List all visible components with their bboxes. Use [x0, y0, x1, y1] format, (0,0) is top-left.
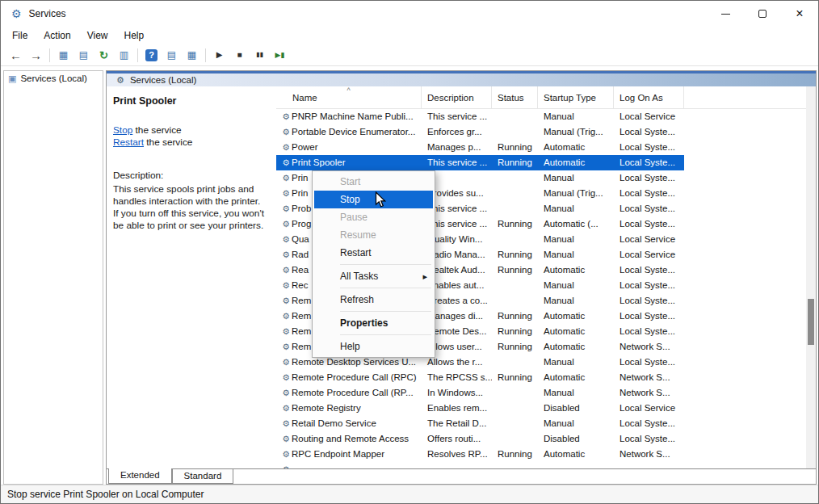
table-row[interactable]: ⚙Remote Procedure Call (RP...In Windows.…	[276, 385, 684, 401]
table-row-selected[interactable]: ⚙Print SpoolerThis service ...RunningAut…	[276, 155, 684, 170]
service-gear-icon: ⚙	[280, 124, 292, 140]
minimize-button[interactable]	[707, 1, 744, 27]
toolbar-pause-service-button[interactable]: ▮▮	[250, 46, 270, 64]
service-actions: Stop the serviceRestart the service	[113, 124, 268, 149]
toolbar-separator	[49, 48, 50, 62]
toolbar-show-console-tree-button[interactable]: ▦	[53, 46, 74, 64]
close-icon: ×	[796, 7, 803, 20]
service-description: Resolves RP...	[422, 447, 492, 462]
column-header-description[interactable]: Description	[422, 86, 492, 108]
table-row[interactable]: ⚙Portable Device Enumerator...Enforces g…	[276, 124, 684, 140]
maximize-button[interactable]	[744, 1, 781, 27]
tab-extended[interactable]: Extended	[108, 468, 172, 484]
service-startup-type: Manual	[538, 247, 614, 262]
toolbar-restart-service-button[interactable]: ▶▮	[270, 46, 290, 64]
toolbar-refresh-button[interactable]: ↻	[94, 46, 114, 64]
service-logon-as: Local Service	[614, 401, 684, 416]
service-gear-icon: ⚙	[280, 278, 292, 293]
service-name: Remote Registry	[292, 403, 361, 413]
table-row[interactable]: ⚙RPC Endpoint MapperResolves RP...Runnin…	[276, 447, 684, 462]
context-menu-item-refresh[interactable]: Refresh	[313, 291, 435, 309]
table-row[interactable]: ⚙Routing and Remote AccessOffers routi..…	[276, 431, 684, 447]
table-row[interactable]: ⚙Remote RegistryEnables rem...DisabledLo…	[276, 401, 684, 416]
table-row[interactable]: ⚙	[276, 462, 684, 468]
service-action-rest: the service	[144, 136, 192, 148]
service-description-text: This service spools print jobs and handl…	[113, 183, 267, 232]
service-startup-type: Automatic	[538, 447, 614, 462]
context-menu-item-help[interactable]: Help	[313, 338, 435, 355]
menu-item-file[interactable]: File	[4, 27, 36, 44]
service-status	[492, 401, 538, 416]
scrollbar-thumb[interactable]	[808, 299, 814, 345]
tab-standard[interactable]: Standard	[172, 469, 234, 484]
service-name-cell: ⚙Routing and Remote Access	[276, 431, 422, 447]
menu-separator	[340, 334, 431, 335]
table-row[interactable]: ⚙Remote Procedure Call (RPC)The RPCSS s.…	[276, 370, 684, 385]
service-startup-type: Disabled	[538, 401, 614, 416]
toolbar-properties-button[interactable]: ▤	[74, 46, 94, 64]
service-gear-icon: ⚙	[280, 462, 292, 468]
menu-item-help[interactable]: Help	[116, 27, 153, 44]
menu-item-label: Properties	[340, 317, 388, 329]
maximize-icon	[758, 10, 766, 18]
service-status: Running	[492, 370, 538, 385]
service-gear-icon: ⚙	[280, 201, 292, 216]
toolbar-start-service-button[interactable]: ▶	[209, 46, 229, 64]
menu-item-label: Stop	[340, 194, 360, 205]
close-button[interactable]: ×	[781, 1, 818, 27]
console-root-icon: ▣	[8, 74, 16, 83]
service-gear-icon: ⚙	[280, 324, 292, 339]
service-startup-type: Automatic	[538, 309, 614, 324]
toolbar-forward-button[interactable]: →	[26, 46, 46, 64]
table-row[interactable]: ⚙Retail Demo ServiceThe Retail D...Manua…	[276, 416, 684, 431]
menu-item-label: Resume	[340, 229, 376, 241]
service-name: Print Spooler	[292, 158, 345, 167]
service-status: Running	[492, 262, 538, 278]
column-header-log-on-as[interactable]: Log On As	[614, 86, 684, 108]
menu-item-label: Refresh	[340, 294, 374, 305]
service-description: Enforces gr...	[422, 124, 492, 140]
toolbar-export-list-button[interactable]: ▥	[114, 46, 134, 64]
service-startup-type: Automatic	[538, 140, 614, 155]
service-gear-icon: ⚙	[280, 431, 292, 447]
detail-view-icon: ▦	[187, 50, 196, 60]
column-header-label: Startup Type	[544, 93, 613, 103]
service-logon-as: Local Syste...	[614, 124, 684, 140]
toolbar-detail-view-button[interactable]: ▦	[182, 46, 202, 64]
toolbar-stop-service-button[interactable]: ■	[229, 46, 250, 64]
column-header-startup-type[interactable]: Startup Type	[538, 86, 614, 108]
context-menu-item-properties[interactable]: Properties	[313, 314, 435, 332]
column-header-status[interactable]: Status	[492, 86, 538, 108]
toolbar-list-view-button[interactable]: ▤	[162, 46, 182, 64]
service-startup-type: Manual (Trig...	[538, 124, 614, 140]
service-name: Remote Procedure Call (RP...	[292, 388, 414, 397]
column-header-name[interactable]: ^Name	[276, 86, 422, 108]
menu-item-view[interactable]: View	[79, 27, 116, 44]
service-startup-type: Manual	[538, 293, 614, 309]
service-description: This service ...	[422, 109, 492, 124]
service-status	[492, 462, 538, 468]
service-status: Running	[492, 155, 538, 170]
service-name: PNRP Machine Name Publi...	[292, 111, 414, 121]
service-logon-as: Local Syste...	[614, 324, 684, 339]
menu-item-action[interactable]: Action	[36, 27, 78, 44]
service-action-link[interactable]: Stop	[113, 124, 132, 136]
service-name: Power	[292, 142, 318, 152]
context-menu-item-stop[interactable]: Stop	[314, 191, 433, 208]
table-row[interactable]: ⚙PNRP Machine Name Publi...This service …	[276, 109, 684, 124]
context-menu-item-all-tasks[interactable]: All Tasks▸	[313, 267, 435, 285]
vertical-scrollbar[interactable]	[806, 86, 816, 468]
toolbar-help-button[interactable]: ?	[141, 46, 162, 64]
service-status: Running	[492, 339, 538, 355]
table-row[interactable]: ⚙PowerManages p...RunningAutomaticLocal …	[276, 140, 684, 155]
list-view-icon: ▤	[167, 50, 176, 60]
toolbar-back-button[interactable]: ←	[6, 46, 26, 64]
context-menu-item-restart[interactable]: Restart	[313, 244, 435, 262]
service-name-cell: ⚙Remote Procedure Call (RP...	[276, 385, 422, 401]
column-header-label: Description	[427, 93, 491, 103]
tree-item-services-local[interactable]: ▣ Services (Local)	[4, 71, 103, 86]
service-gear-icon: ⚙	[280, 447, 292, 462]
services-header-icon: ⚙	[116, 76, 124, 85]
service-action-link[interactable]: Restart	[113, 136, 144, 148]
pause-service-icon: ▮▮	[256, 52, 263, 58]
